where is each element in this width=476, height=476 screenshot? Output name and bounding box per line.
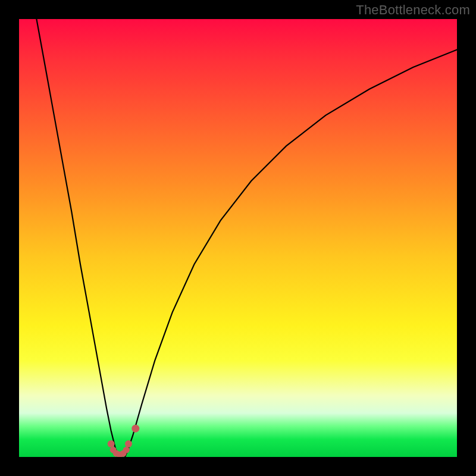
- curve-layer: [19, 19, 457, 457]
- valley-dot: [108, 440, 115, 447]
- valley-dot: [131, 425, 139, 433]
- watermark-text: TheBottleneck.com: [356, 2, 470, 18]
- curve-left-branch: [36, 19, 118, 457]
- valley-dots: [108, 425, 140, 457]
- valley-dot: [123, 447, 130, 453]
- curve-right-branch: [125, 50, 457, 458]
- plot-area: [19, 19, 457, 457]
- outer-frame: TheBottleneck.com: [0, 0, 476, 476]
- valley-dot: [125, 440, 132, 447]
